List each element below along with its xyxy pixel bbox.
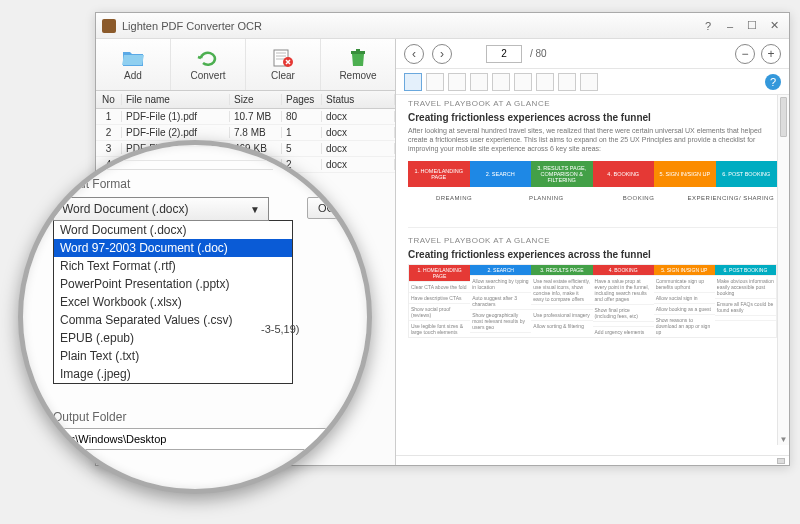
format-option[interactable]: Comma Separated Values (.csv) <box>54 311 292 329</box>
funnel-box: 1. HOME/LANDING PAGE <box>408 161 470 187</box>
refresh-icon <box>196 48 220 68</box>
checklist-header: 6. POST BOOKING <box>715 265 776 275</box>
table-row[interactable]: 2PDF-File (2).pdf7.8 MB1docx <box>96 125 395 141</box>
clear-button[interactable]: Clear <box>246 39 321 90</box>
checklist-header: 5. SIGN IN/SIGN UP <box>654 265 715 275</box>
preview-eyebrow: TRAVEL PLAYBOOK AT A GLANCE <box>408 99 777 108</box>
preview-navbar: ‹ › / 80 − + <box>396 39 789 69</box>
app-icon <box>102 19 116 33</box>
zoom-out-button[interactable]: − <box>735 44 755 64</box>
close-button[interactable]: ✕ <box>765 19 783 33</box>
layout-mode-icon[interactable] <box>492 73 510 91</box>
funnel-box: 6. POST BOOKING <box>716 161 778 187</box>
checklist-cell: Use real estate efficiently, use visual … <box>531 275 592 304</box>
format-option[interactable]: EPUB (.epub) <box>54 329 292 347</box>
page-total: / 80 <box>530 48 547 59</box>
titlebar: Lighten PDF Converter OCR ? – ☐ ✕ <box>96 13 789 39</box>
checklist-table: 1. HOME/LANDING PAGEClear CTA above the … <box>408 264 777 338</box>
layout-mode-icon[interactable] <box>536 73 554 91</box>
checklist-cell: Ensure all FAQs could be found easily <box>715 298 776 315</box>
preview-pane: ‹ › / 80 − + ? <box>396 39 789 465</box>
checklist-header: 2. SEARCH <box>470 265 531 275</box>
document-preview: TRAVEL PLAYBOOK AT A GLANCE Creating fri… <box>396 95 789 455</box>
format-option[interactable]: Word 97-2003 Document (.doc) <box>54 239 292 257</box>
remove-button[interactable]: Remove <box>321 39 395 90</box>
svg-rect-3 <box>356 49 360 51</box>
checklist-cell: Add urgency elements <box>593 326 654 337</box>
checklist-cell: Use legible font sizes & large touch ele… <box>409 320 470 337</box>
checklist-cell <box>715 320 776 325</box>
funnel-stages: DREAMINGPLANNINGBOOKINGEXPERIENCING/ SHA… <box>408 193 777 217</box>
checklist-header: 1. HOME/LANDING PAGE <box>409 265 470 281</box>
checklist-cell: Auto suggest after 3 characters <box>470 292 531 309</box>
next-page-button[interactable]: › <box>432 44 452 64</box>
layout-mode-icon[interactable] <box>448 73 466 91</box>
output-folder-input[interactable] <box>53 428 333 450</box>
format-option[interactable]: Excel Workbook (.xlsx) <box>54 293 292 311</box>
format-option[interactable]: Plain Text (.txt) <box>54 347 292 365</box>
preview-heading: Creating frictionless experiences across… <box>408 112 777 123</box>
layout-mode-icon[interactable] <box>580 73 598 91</box>
table-row[interactable]: 1PDF-File (1).pdf10.7 MB80docx <box>96 109 395 125</box>
magnifier-lens: -File (6).pdf 29 I docx ▸ Output Format … <box>18 140 372 494</box>
output-format-dropdown[interactable]: Word Document (.docx) ▼ <box>53 197 269 221</box>
layout-mode-icon[interactable] <box>404 73 422 91</box>
minimize-button[interactable]: – <box>721 19 739 33</box>
toolbar: Add Convert Clear Remove <box>96 39 395 91</box>
layout-mode-icon[interactable] <box>514 73 532 91</box>
checklist-cell: Have descriptive CTAs <box>409 292 470 303</box>
add-button[interactable]: Add <box>96 39 171 90</box>
preview-scrollbar[interactable]: ▲ ▼ <box>777 95 789 445</box>
funnel-box: 2. SEARCH <box>470 161 532 187</box>
checklist-cell: Make obvious information easily accessib… <box>715 275 776 298</box>
funnel-stage-label: PLANNING <box>500 193 592 217</box>
funnel-box: 5. SIGN IN/SIGN UP <box>654 161 716 187</box>
clear-list-icon <box>271 48 295 68</box>
scroll-thumb[interactable] <box>780 97 787 137</box>
format-option[interactable]: Rich Text Format (.rtf) <box>54 257 292 275</box>
funnel-stage-label: EXPERIENCING/ SHARING <box>685 193 777 217</box>
scroll-down-icon[interactable]: ▼ <box>778 433 789 445</box>
preview-paragraph: After looking at several hundred travel … <box>408 126 777 153</box>
page-number-input[interactable] <box>486 45 522 63</box>
funnel-box: 4. BOOKING <box>593 161 655 187</box>
checklist-header: 4. BOOKING <box>593 265 654 275</box>
trash-icon <box>346 48 370 68</box>
format-option[interactable]: Word Document (.docx) <box>54 221 292 239</box>
dropdown-selected-label: Word Document (.docx) <box>62 202 189 216</box>
table-header: No File name Size Pages Status <box>96 91 395 109</box>
format-option[interactable]: Image (.jpeg) <box>54 365 292 383</box>
prev-page-button[interactable]: ‹ <box>404 44 424 64</box>
zoom-in-button[interactable]: + <box>761 44 781 64</box>
layout-mode-icon[interactable] <box>426 73 444 91</box>
funnel-box: 3. RESULTS PAGE, COMPARISON & FILTERING <box>531 161 593 187</box>
svg-rect-2 <box>351 51 365 54</box>
convert-button[interactable]: Convert <box>171 39 246 90</box>
help-icon[interactable]: ? <box>765 74 781 90</box>
checklist-cell: Allow social sign in <box>654 292 715 303</box>
folder-open-icon <box>121 48 145 68</box>
checklist-header: 3. RESULTS PAGE <box>531 265 592 275</box>
checklist-cell: Have a value prop at every point in the … <box>593 275 654 304</box>
maximize-button[interactable]: ☐ <box>743 19 761 33</box>
layout-mode-icon[interactable] <box>558 73 576 91</box>
page-range-hint: -3-5,19) <box>261 323 300 335</box>
funnel-colorboxes: 1. HOME/LANDING PAGE2. SEARCH3. RESULTS … <box>408 161 777 187</box>
checklist-cell <box>470 332 531 337</box>
output-format-options: Word Document (.docx)Word 97-2003 Docume… <box>53 220 293 384</box>
checklist-cell: Show reasons to download an app or sign … <box>654 314 715 337</box>
preview-eyebrow-2: TRAVEL PLAYBOOK AT A GLANCE <box>408 236 777 245</box>
format-option[interactable]: PowerPoint Presentation (.pptx) <box>54 275 292 293</box>
checklist-cell: Show geographically most relevant result… <box>470 309 531 332</box>
layout-mode-icon[interactable] <box>470 73 488 91</box>
checklist-cell: Allow searching by typing in location <box>470 275 531 292</box>
help-button[interactable]: ? <box>699 19 717 33</box>
output-folder-legend: Output Folder <box>53 410 372 424</box>
checklist-cell: Allow sorting & filtering <box>531 320 592 331</box>
checklist-cell: Communicate sign up benefits upfront <box>654 275 715 292</box>
chevron-down-icon: ▼ <box>250 204 260 215</box>
preview-hscroll[interactable] <box>396 455 789 465</box>
funnel-stage-label: DREAMING <box>408 193 500 217</box>
checklist-cell: Allow booking as a guest <box>654 303 715 314</box>
funnel-stage-label: BOOKING <box>593 193 685 217</box>
